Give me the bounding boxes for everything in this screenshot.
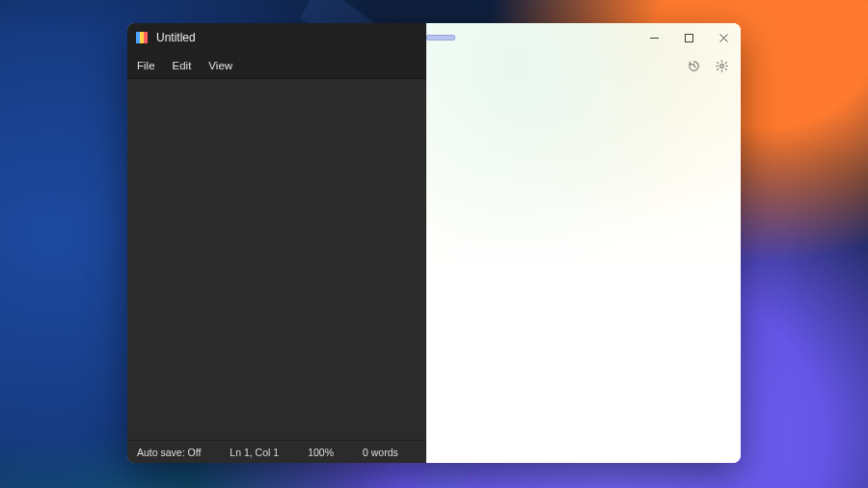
maximize-button[interactable]	[671, 24, 706, 51]
status-autosave[interactable]: Auto save: Off	[137, 447, 201, 458]
svg-rect-3	[685, 34, 692, 41]
status-cursor-position[interactable]: Ln 1, Col 1	[230, 447, 279, 458]
app-window: Untitled File Edit View Auto save: Off L…	[127, 23, 741, 463]
window-controls	[637, 24, 741, 51]
status-zoom[interactable]: 100%	[308, 447, 334, 458]
history-button[interactable]	[687, 59, 701, 73]
svg-rect-2	[144, 32, 148, 43]
gear-icon	[715, 59, 729, 73]
maximize-icon	[684, 33, 694, 43]
preview-area[interactable]	[426, 79, 741, 440]
menu-edit[interactable]: Edit	[173, 60, 192, 71]
close-button[interactable]	[706, 24, 741, 51]
settings-button[interactable]	[715, 59, 729, 73]
status-bar: Auto save: Off Ln 1, Col 1 100% 0 words	[127, 440, 426, 463]
window-title: Untitled	[156, 31, 196, 44]
menu-file[interactable]: File	[137, 60, 155, 71]
text-editor-area[interactable]	[127, 79, 426, 440]
history-icon	[687, 59, 701, 73]
editor-pane: Untitled File Edit View Auto save: Off L…	[127, 23, 426, 463]
preview-pane	[426, 23, 741, 463]
menu-bar: File Edit View	[127, 52, 426, 79]
svg-rect-1	[140, 32, 144, 43]
svg-rect-0	[136, 32, 140, 43]
titlebar-right[interactable]	[426, 23, 741, 52]
split-drag-handle[interactable]	[426, 35, 455, 41]
preview-status-pad	[426, 440, 741, 463]
minimize-button[interactable]	[637, 24, 671, 51]
status-word-count[interactable]: 0 words	[363, 447, 398, 458]
svg-point-4	[720, 64, 724, 68]
close-icon	[719, 33, 729, 43]
menu-view[interactable]: View	[208, 60, 232, 71]
app-icon	[135, 31, 149, 44]
titlebar-left[interactable]: Untitled	[127, 23, 426, 52]
minimize-icon	[649, 33, 660, 43]
preview-toolbar	[426, 52, 741, 79]
